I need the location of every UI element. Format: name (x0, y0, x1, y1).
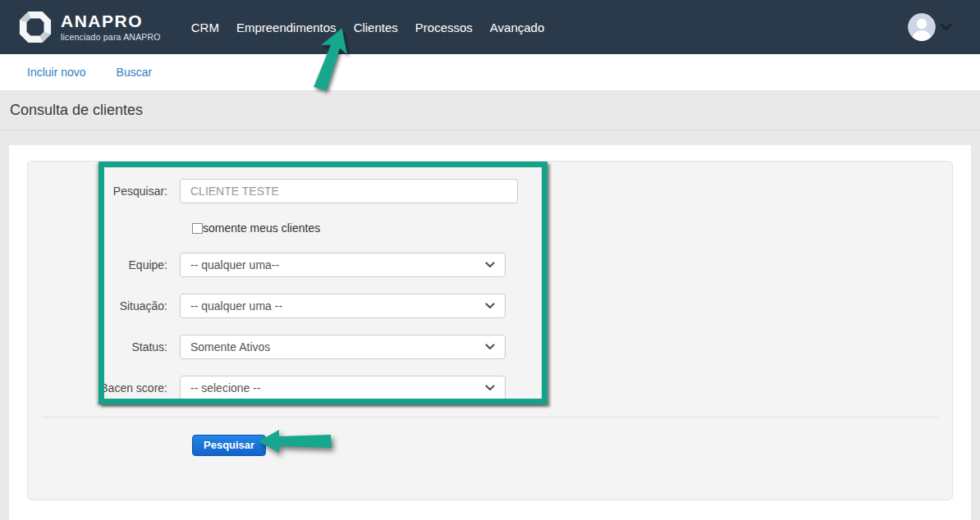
status-select[interactable]: Somente Ativos (180, 335, 506, 359)
only-my-clients-checkbox[interactable] (192, 223, 203, 234)
bacen-score-label: Bacen score: (28, 381, 180, 395)
brand: ANAPRO licenciado para ANAPRO (0, 10, 161, 44)
only-my-clients-label: somente meus clientes (203, 221, 320, 235)
situacao-label: Situação: (28, 299, 180, 312)
chevron-down-icon (485, 385, 495, 391)
situacao-select-value: -- qualquer uma -- (190, 299, 282, 312)
user-menu[interactable] (908, 13, 952, 41)
nav-item-avancado[interactable]: Avançado (490, 21, 544, 34)
nav-item-clientes[interactable]: Clientes (354, 21, 398, 34)
form-divider (42, 417, 938, 417)
equipe-select-value: -- qualquer uma-- (190, 258, 279, 271)
nav-item-empreendimentos[interactable]: Empreendimentos (236, 21, 337, 34)
main-nav: CRM Empreendimentos Clientes Processos A… (191, 21, 545, 34)
chevron-down-icon (485, 262, 495, 268)
page-title: Consulta de clientes (10, 102, 143, 119)
search-row: Pesquisar: (28, 179, 952, 203)
bacen-score-select-value: -- selecione -- (190, 381, 261, 395)
situacao-row: Situação: -- qualquer uma -- (28, 294, 952, 318)
equipe-select[interactable]: -- qualquer uma-- (180, 253, 506, 277)
title-strip: Consulta de clientes (0, 90, 980, 130)
brand-subtitle: licenciado para ANAPRO (61, 32, 161, 42)
situacao-select[interactable]: -- qualquer uma -- (180, 294, 506, 318)
equipe-label: Equipe: (28, 258, 180, 271)
anapro-logo-icon (18, 10, 53, 44)
equipe-row: Equipe: -- qualquer uma-- (28, 253, 952, 277)
brand-title: ANAPRO (61, 12, 161, 30)
content-panel: Pesquisar: somente meus clientes Equipe:… (9, 145, 971, 520)
pesquisar-button[interactable]: Pesquisar (192, 435, 266, 456)
filter-panel: Pesquisar: somente meus clientes Equipe:… (27, 161, 953, 500)
nav-item-crm[interactable]: CRM (191, 21, 219, 34)
user-avatar[interactable] (908, 13, 936, 41)
chevron-down-icon (485, 344, 495, 350)
subnav: Incluir novo Buscar (0, 54, 980, 90)
search-label: Pesquisar: (28, 185, 180, 198)
status-label: Status: (28, 340, 180, 354)
chevron-down-icon[interactable] (940, 23, 952, 31)
bacen-score-select[interactable]: -- selecione -- (180, 376, 506, 400)
only-my-clients-row: somente meus clientes (28, 221, 952, 235)
status-row: Status: Somente Ativos (28, 335, 952, 359)
chevron-down-icon (485, 303, 495, 309)
subnav-link-buscar[interactable]: Buscar (117, 66, 153, 79)
search-input[interactable] (180, 179, 518, 203)
bacen-score-row: Bacen score: -- selecione -- (28, 376, 952, 400)
nav-item-processos[interactable]: Processos (415, 21, 473, 34)
status-select-value: Somente Ativos (190, 340, 270, 354)
subnav-link-incluir-novo[interactable]: Incluir novo (27, 66, 86, 79)
app-header: ANAPRO licenciado para ANAPRO CRM Empree… (0, 0, 980, 54)
